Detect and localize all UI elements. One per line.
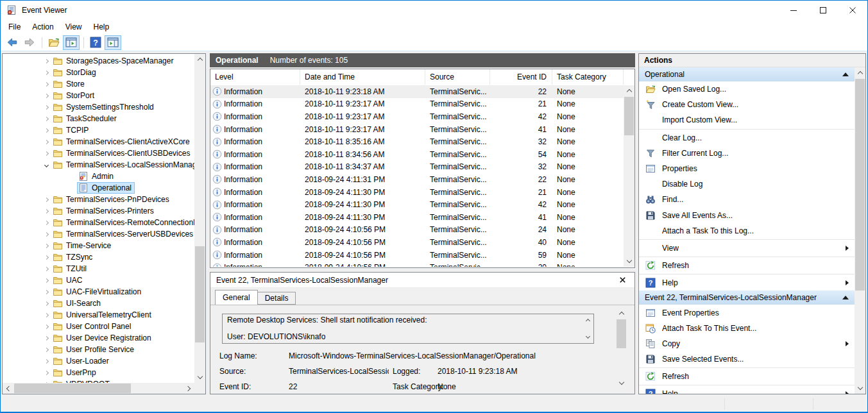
show-action-pane-button[interactable] [105, 35, 121, 50]
tree-item-target[interactable]: StorPort [51, 90, 98, 101]
tree-item-target[interactable]: User-Loader [51, 355, 112, 367]
action-section-operational[interactable]: Operational [639, 67, 855, 81]
action-properties[interactable]: Properties [639, 161, 855, 176]
event-row[interactable]: Information2018-09-24 4:10:56 PMTerminal… [210, 236, 624, 249]
message-scroll-up-arrow[interactable] [584, 316, 591, 324]
collapse-icon[interactable] [842, 72, 849, 76]
column-header-source[interactable]: Source [425, 69, 490, 85]
chevron-right-icon[interactable] [41, 210, 51, 213]
chevron-right-icon[interactable] [41, 279, 51, 282]
scroll-up-arrow[interactable] [855, 67, 865, 78]
chevron-right-icon[interactable] [41, 71, 51, 74]
action-save-all-events-as[interactable]: Save All Events As... [639, 208, 855, 223]
action-copy[interactable]: Copy [639, 336, 855, 351]
tree-item-target[interactable]: Operational [77, 182, 135, 194]
chevron-right-icon[interactable] [41, 140, 51, 144]
tree-item-terminalservices-clientactivexcore[interactable]: TerminalServices-ClientActiveXCore [3, 136, 194, 148]
action-refresh[interactable]: Refresh [639, 258, 855, 273]
chevron-right-icon[interactable] [41, 94, 51, 97]
chevron-right-icon[interactable] [41, 152, 51, 155]
maximize-button[interactable] [808, 1, 838, 20]
column-header-task-category[interactable]: Task Category [552, 69, 624, 85]
action-attach-a-task-to-this-log[interactable]: Attach a Task To this Log... [639, 223, 855, 239]
tree-item-stordiag[interactable]: StorDiag [3, 67, 194, 78]
tree-item-terminalservices-localsessionmanager[interactable]: TerminalServices-LocalSessionManager [3, 159, 194, 171]
tree-item-userpnp[interactable]: UserPnp [3, 367, 194, 378]
chevron-right-icon[interactable] [41, 106, 51, 109]
chevron-right-icon[interactable] [41, 117, 51, 121]
tree-item-ui-search[interactable]: UI-Search [3, 298, 194, 309]
menu-action[interactable]: Action [26, 21, 59, 33]
event-row[interactable]: Information2018-10-11 9:23:17 AMTerminal… [210, 98, 624, 111]
menu-help[interactable]: Help [88, 21, 115, 33]
event-row[interactable]: Information2018-09-24 4:10:56 PMTerminal… [210, 261, 624, 267]
column-header-date-and-time[interactable]: Date and Time [300, 69, 425, 85]
forward-arrow-button[interactable] [21, 35, 38, 50]
action-section-event-22-terminalservices-localsessionmanager[interactable]: Event 22, TerminalServices-LocalSessionM… [639, 291, 855, 305]
message-scroll-down-arrow[interactable] [584, 333, 591, 341]
collapse-icon[interactable] [842, 296, 849, 299]
tree-item-target[interactable]: TerminalServices-PnPDevices [51, 194, 173, 205]
event-row[interactable]: Information2018-10-11 8:35:16 AMTerminal… [210, 135, 624, 148]
tree-item-terminalservices-serverusbdevices[interactable]: TerminalServices-ServerUSBDevices [3, 228, 194, 240]
tree-item-target[interactable]: UI-Search [51, 298, 104, 309]
scroll-up-arrow[interactable] [624, 85, 634, 96]
scroll-down-arrow[interactable] [194, 372, 205, 383]
close-detail-icon[interactable] [617, 274, 628, 286]
event-row[interactable]: Information2018-10-11 8:34:37 AMTerminal… [210, 161, 624, 174]
open-saved-log-button[interactable] [46, 35, 62, 50]
tree-item-target[interactable]: UAC [51, 274, 85, 286]
scroll-left-arrow[interactable] [3, 383, 13, 394]
chevron-right-icon[interactable] [41, 233, 51, 236]
tree-item-target[interactable]: Store [51, 78, 88, 90]
tree-item-target[interactable]: UAC-FileVirtualization [51, 286, 144, 298]
event-row[interactable]: Information2018-10-11 9:23:18 AMTerminal… [210, 85, 624, 98]
column-header-level[interactable]: Level [210, 69, 300, 85]
tree-horizontal-scrollbar[interactable] [3, 383, 194, 394]
chevron-right-icon[interactable] [41, 302, 51, 305]
event-row[interactable]: Information2018-10-11 8:34:56 AMTerminal… [210, 148, 624, 161]
tree-item-tzutil[interactable]: TZUtil [3, 263, 194, 274]
tree-item-target[interactable]: VDRVROOT [51, 378, 113, 383]
tree-item-target[interactable]: Time-Service [51, 240, 114, 251]
action-help[interactable]: ?Help [639, 386, 855, 394]
event-row[interactable]: Information2018-10-11 9:23:17 AMTerminal… [210, 123, 624, 136]
tree-item-terminalservices-printers[interactable]: TerminalServices-Printers [3, 205, 194, 217]
tree-item-uac[interactable]: UAC [3, 274, 194, 286]
tree-item-target[interactable]: SystemSettingsThreshold [51, 101, 157, 113]
scroll-down-arrow[interactable] [624, 256, 634, 267]
action-view[interactable]: View [639, 240, 855, 256]
column-header-event-id[interactable]: Event ID [490, 69, 552, 85]
close-button[interactable] [838, 1, 867, 20]
action-refresh[interactable]: Refresh [639, 369, 855, 384]
tree-vertical-scrollbar[interactable] [194, 54, 205, 383]
tree-item-target[interactable]: UserPnp [51, 367, 99, 378]
scrollbar-thumb[interactable] [855, 79, 865, 291]
action-attach-task-to-this-event[interactable]: Attach Task To This Event... [639, 321, 855, 336]
tree-item-universaltelemetryclient[interactable]: UniversalTelemetryClient [3, 309, 194, 321]
tree-item-terminalservices-clientusbdevices[interactable]: TerminalServices-ClientUSBDevices [3, 148, 194, 159]
tree-item-admin[interactable]: Admin [3, 171, 194, 182]
event-row[interactable]: Information2018-09-24 4:10:56 PMTerminal… [210, 249, 624, 262]
tab-general[interactable]: General [215, 290, 258, 305]
tree-item-target[interactable]: TZUtil [51, 263, 90, 274]
event-row[interactable]: Information2018-09-24 4:10:56 PMTerminal… [210, 224, 624, 237]
chevron-right-icon[interactable] [41, 360, 51, 363]
action-open-saved-log[interactable]: Open Saved Log... [639, 81, 855, 97]
scroll-right-arrow[interactable] [183, 383, 194, 394]
scrollbar-thumb[interactable] [195, 246, 205, 342]
menu-view[interactable]: View [60, 21, 88, 33]
tree-item-target[interactable]: TerminalServices-ServerUSBDevices [51, 228, 194, 240]
tab-details[interactable]: Details [258, 292, 296, 305]
minimize-button[interactable] [779, 1, 808, 20]
tree-item-user-loader[interactable]: User-Loader [3, 355, 194, 367]
scroll-up-arrow[interactable] [616, 308, 627, 319]
tree-item-target[interactable]: TerminalServices-ClientUSBDevices [51, 148, 193, 159]
chevron-right-icon[interactable] [41, 337, 51, 340]
chevron-right-icon[interactable] [41, 267, 51, 271]
tree-item-time-service[interactable]: Time-Service [3, 240, 194, 251]
action-save-selected-events[interactable]: Save Selected Events... [639, 351, 855, 367]
chevron-right-icon[interactable] [41, 221, 51, 224]
tree-item-user-control-panel[interactable]: User Control Panel [3, 321, 194, 332]
scroll-down-arrow[interactable] [616, 378, 627, 389]
